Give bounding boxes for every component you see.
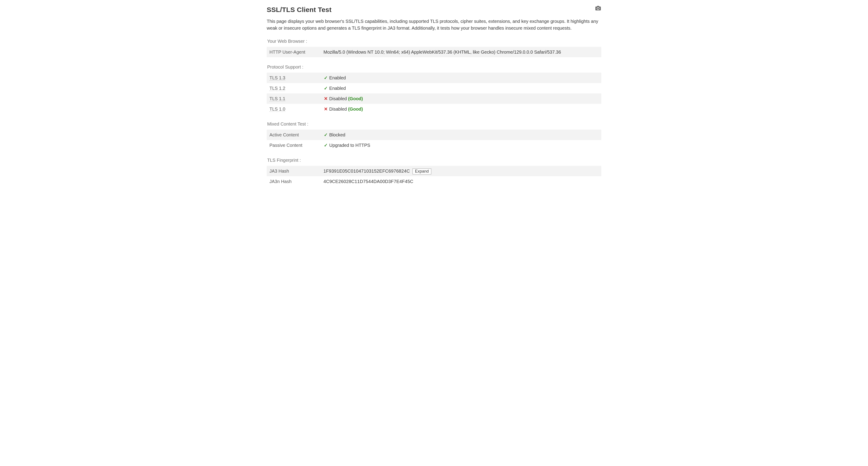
proto-label-tls12[interactable]: TLS 1.2 [270, 86, 285, 91]
mixed-text: Blocked [329, 132, 345, 137]
browser-table: HTTP User-Agent Mozilla/5.0 (Windows NT … [267, 47, 601, 57]
row-label: JA3n Hash [267, 176, 321, 186]
page-title: SSL/TLS Client Test [267, 4, 332, 15]
cross-icon: ✕ [323, 95, 328, 102]
table-row: HTTP User-Agent Mozilla/5.0 (Windows NT … [267, 47, 601, 57]
ja3-hash-value: 1F9391E05C01047103152EFC6976824C [323, 169, 410, 174]
table-row: TLS 1.2 ✓ Enabled [267, 83, 601, 93]
section-title-fingerprint: TLS Fingerprint : [267, 157, 601, 164]
ja3-cell: 1F9391E05C01047103152EFC6976824C Expand [321, 166, 601, 176]
section-title-mixed: Mixed Content Test : [267, 121, 601, 127]
mixed-table: Active Content ✓ Blocked Passive Content… [267, 129, 601, 150]
proto-text: Enabled [329, 75, 346, 80]
table-row: JA3n Hash 4C9CE26028C11D7544DA00D3F7E4F4… [267, 176, 601, 186]
proto-label-tls11[interactable]: TLS 1.1 [270, 96, 285, 101]
mixed-text: Upgraded to HTTPS [329, 143, 370, 148]
check-icon: ✓ [323, 75, 328, 81]
table-row: TLS 1.1 ✕ Disabled (Good) [267, 93, 601, 104]
cross-icon: ✕ [323, 106, 328, 112]
protocol-table: TLS 1.3 ✓ Enabled TLS 1.2 ✓ Enabled TLS … [267, 72, 601, 114]
expand-button[interactable]: Expand [412, 169, 431, 174]
proto-text: Disabled [329, 107, 347, 112]
mixed-status: ✓ Upgraded to HTTPS [321, 140, 601, 150]
row-label: JA3 Hash [267, 166, 321, 176]
table-row: Active Content ✓ Blocked [267, 129, 601, 140]
fingerprint-table: JA3 Hash 1F9391E05C01047103152EFC6976824… [267, 166, 601, 186]
page-intro: This page displays your web browser's SS… [267, 18, 601, 31]
row-label: HTTP User-Agent [267, 47, 321, 57]
proto-text: Disabled [329, 96, 347, 101]
good-badge: (Good) [348, 96, 363, 101]
check-icon: ✓ [323, 132, 328, 138]
camera-icon [595, 5, 601, 11]
proto-status: ✕ Disabled (Good) [321, 93, 601, 104]
proto-status: ✓ Enabled [321, 72, 601, 83]
screenshot-button[interactable] [595, 5, 601, 11]
proto-text: Enabled [329, 86, 346, 91]
row-label: Passive Content [267, 140, 321, 150]
table-row: JA3 Hash 1F9391E05C01047103152EFC6976824… [267, 166, 601, 176]
proto-label-tls10[interactable]: TLS 1.0 [270, 107, 285, 112]
good-badge: (Good) [348, 107, 363, 112]
check-icon: ✓ [323, 85, 328, 92]
table-row: TLS 1.3 ✓ Enabled [267, 72, 601, 83]
table-row: Passive Content ✓ Upgraded to HTTPS [267, 140, 601, 150]
user-agent-value: Mozilla/5.0 (Windows NT 10.0; Win64; x64… [321, 47, 601, 57]
check-icon: ✓ [323, 142, 328, 149]
table-row: TLS 1.0 ✕ Disabled (Good) [267, 104, 601, 114]
proto-status: ✕ Disabled (Good) [321, 104, 601, 114]
mixed-status: ✓ Blocked [321, 129, 601, 140]
section-title-protocol: Protocol Support : [267, 64, 601, 70]
ja3n-hash-value: 4C9CE26028C11D7544DA00D3F7E4F45C [321, 176, 601, 186]
row-label: Active Content [267, 129, 321, 140]
proto-label-tls13[interactable]: TLS 1.3 [270, 75, 285, 81]
section-title-browser: Your Web Browser : [267, 38, 601, 45]
proto-status: ✓ Enabled [321, 83, 601, 93]
